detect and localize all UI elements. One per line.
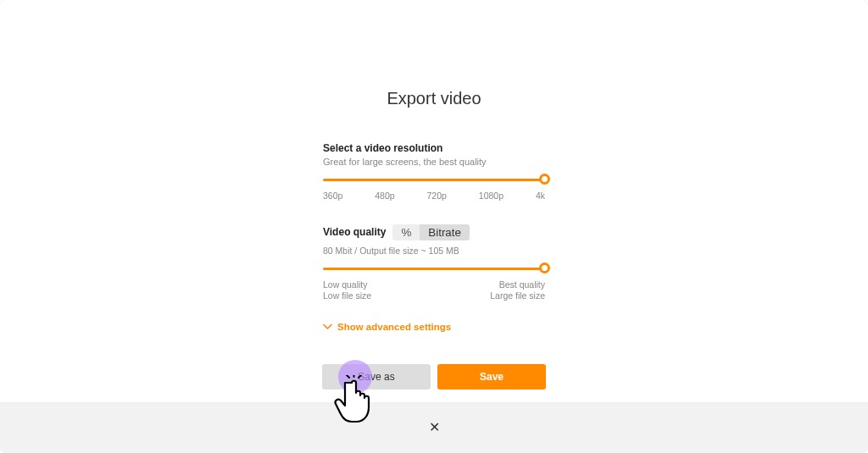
resolution-tick: 1080p [479,191,504,201]
quality-max-label: Best quality Large file size [490,279,545,301]
quality-readout: 80 Mbit / Output file size ~ 105 MB [323,246,545,256]
quality-label: Video quality [323,226,386,238]
resolution-slider[interactable] [323,174,545,185]
dialog-buttons: Save as Save [0,364,868,389]
quality-slider-thumb[interactable] [539,262,550,273]
quality-min-line2: Low file size [323,290,371,301]
show-advanced-settings[interactable]: Show advanced settings [323,322,545,332]
quality-min-label: Low quality Low file size [323,279,371,301]
quality-slider-track [323,268,545,270]
quality-mode-percent[interactable]: % [392,224,420,240]
advanced-settings-label: Show advanced settings [337,322,451,332]
resolution-tick: 720p [427,191,447,201]
resolution-ticks: 360p 480p 720p 1080p 4k [323,191,545,201]
quality-mode-toggle: % Bitrate [392,224,469,240]
resolution-tick: 4k [536,191,545,201]
quality-mode-bitrate[interactable]: Bitrate [420,224,470,240]
close-icon[interactable]: ✕ [429,421,440,434]
resolution-tick: 480p [375,191,394,201]
quality-max-line1: Best quality [490,279,545,290]
resolution-slider-thumb[interactable] [539,174,550,185]
quality-min-line1: Low quality [323,279,371,290]
resolution-label: Select a video resolution [323,142,545,156]
resolution-subtitle: Great for large screens, the best qualit… [323,157,545,167]
chevron-down-icon [323,323,332,330]
save-button[interactable]: Save [437,364,546,389]
resolution-slider-track [323,179,545,181]
quality-slider[interactable] [323,262,545,274]
footer-bar: ✕ [0,402,868,453]
quality-max-line2: Large file size [490,290,545,301]
dialog-title: Export video [387,89,481,108]
save-as-button[interactable]: Save as [322,364,431,389]
resolution-tick: 360p [323,191,342,201]
